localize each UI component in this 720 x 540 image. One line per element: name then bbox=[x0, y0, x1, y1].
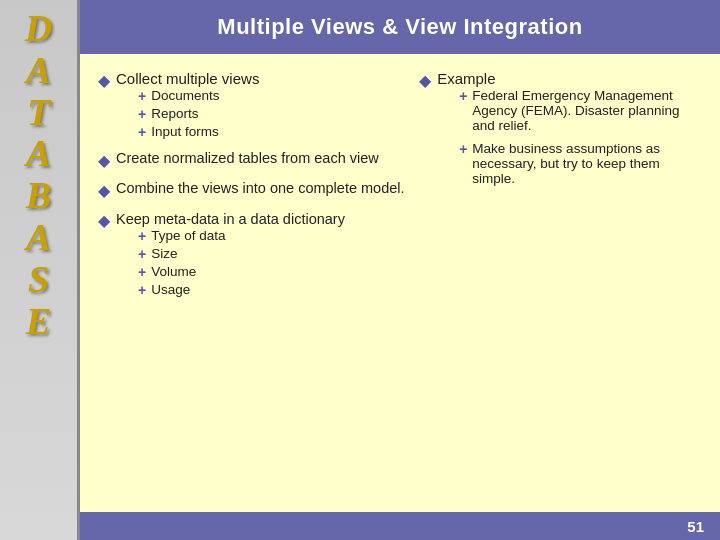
fema-text: Federal Emergency Management Agency (FEM… bbox=[472, 88, 702, 133]
sub-item-input-forms: + Input forms bbox=[138, 124, 259, 140]
type-text: Type of data bbox=[151, 228, 225, 243]
metadata-label: Keep meta-data in a data dictionary bbox=[116, 211, 345, 227]
collect-views-subitems: + Documents + Reports + Input forms bbox=[138, 88, 259, 140]
sub-item-volume: + Volume bbox=[138, 264, 345, 280]
sub-item-type: + Type of data bbox=[138, 228, 345, 244]
sidebar-letter: A bbox=[26, 50, 51, 92]
plus-icon-1: + bbox=[138, 88, 146, 104]
left-column: ◆ Collect multiple views + Documents + R… bbox=[98, 70, 409, 504]
collect-views-label: Collect multiple views bbox=[116, 70, 259, 87]
sub-item-fema: + Federal Emergency Management Agency (F… bbox=[459, 88, 702, 133]
reports-text: Reports bbox=[151, 106, 198, 121]
sub-item-assumptions: + Make business assumptions as necessary… bbox=[459, 141, 702, 186]
page-number-bar: 51 bbox=[80, 512, 720, 540]
example-label: Example bbox=[437, 70, 495, 87]
slide-title: Multiple Views & View Integration bbox=[80, 0, 720, 54]
bullet-create-tables: ◆ Create normalized tables from each vie… bbox=[98, 150, 409, 170]
example-subitems: + Federal Emergency Management Agency (F… bbox=[459, 88, 702, 186]
bullet-example: ◆ Example + Federal Emergency Management… bbox=[419, 70, 702, 186]
size-text: Size bbox=[151, 246, 177, 261]
right-column: ◆ Example + Federal Emergency Management… bbox=[419, 70, 702, 504]
sub-item-size: + Size bbox=[138, 246, 345, 262]
slide-container: DATABASE Multiple Views & View Integrati… bbox=[0, 0, 720, 540]
diamond-icon-4: ◆ bbox=[98, 211, 110, 230]
diamond-icon-5: ◆ bbox=[419, 71, 431, 90]
input-forms-text: Input forms bbox=[151, 124, 219, 139]
diamond-icon-2: ◆ bbox=[98, 151, 110, 170]
diamond-icon-1: ◆ bbox=[98, 71, 110, 90]
plus-icon-6: + bbox=[138, 264, 146, 280]
bullet-collect-views: ◆ Collect multiple views + Documents + R… bbox=[98, 70, 409, 140]
metadata-subitems: + Type of data + Size + Volume bbox=[138, 228, 345, 298]
bullet-combine-views: ◆ Combine the views into one complete mo… bbox=[98, 180, 409, 200]
documents-text: Documents bbox=[151, 88, 219, 103]
plus-icon-5: + bbox=[138, 246, 146, 262]
sidebar-letter: T bbox=[27, 92, 50, 134]
volume-text: Volume bbox=[151, 264, 196, 279]
bullet-metadata: ◆ Keep meta-data in a data dictionary + … bbox=[98, 210, 409, 298]
create-tables-label: Create normalized tables from each view bbox=[116, 150, 379, 166]
diamond-icon-3: ◆ bbox=[98, 181, 110, 200]
plus-icon-4: + bbox=[138, 228, 146, 244]
sidebar-letter: E bbox=[26, 301, 51, 343]
sidebar: DATABASE bbox=[0, 0, 80, 540]
sidebar-letter: B bbox=[26, 175, 51, 217]
content-area: ◆ Collect multiple views + Documents + R… bbox=[80, 54, 720, 512]
main-content: Multiple Views & View Integration ◆ Coll… bbox=[80, 0, 720, 540]
sub-item-reports: + Reports bbox=[138, 106, 259, 122]
assumptions-text: Make business assumptions as necessary, … bbox=[472, 141, 702, 186]
bullet1-content: Collect multiple views + Documents + Rep… bbox=[116, 70, 259, 140]
sub-item-documents: + Documents bbox=[138, 88, 259, 104]
combine-views-label: Combine the views into one complete mode… bbox=[116, 180, 405, 196]
usage-text: Usage bbox=[151, 282, 190, 297]
plus-icon-7: + bbox=[138, 282, 146, 298]
title-text: Multiple Views & View Integration bbox=[217, 14, 582, 39]
page-number: 51 bbox=[687, 518, 704, 535]
sidebar-letter: A bbox=[26, 133, 51, 175]
example-content: Example + Federal Emergency Management A… bbox=[437, 70, 702, 186]
sidebar-letter: S bbox=[28, 259, 49, 301]
plus-icon-3: + bbox=[138, 124, 146, 140]
plus-icon-9: + bbox=[459, 141, 467, 157]
metadata-content: Keep meta-data in a data dictionary + Ty… bbox=[116, 210, 345, 298]
sidebar-letter: D bbox=[25, 8, 52, 50]
plus-icon-8: + bbox=[459, 88, 467, 104]
plus-icon-2: + bbox=[138, 106, 146, 122]
sub-item-usage: + Usage bbox=[138, 282, 345, 298]
sidebar-letter: A bbox=[26, 217, 51, 259]
